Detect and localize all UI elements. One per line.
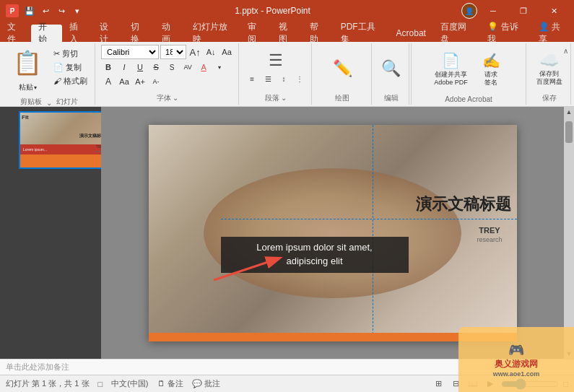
undo-btn[interactable]: ↩: [39, 4, 52, 17]
create-share-pdf-btn[interactable]: 📄 创建并共享Adobe PDF: [430, 45, 472, 94]
trey-logo: TREY research: [477, 226, 502, 243]
request-sign-btn[interactable]: ✍️ 请求签名: [475, 45, 508, 94]
save-quick-btn[interactable]: 💾: [23, 4, 36, 17]
tab-home[interactable]: 开始: [31, 25, 62, 42]
slide-title-text[interactable]: 演示文稿标题: [416, 193, 511, 215]
ribbon-content: 📋 粘贴 ▾ ✂ 剪切 📄 复制 🖌 格式刷 剪贴板 ⌄ 幻灯片 Calibri…: [0, 42, 574, 107]
font-spacing-btn[interactable]: AV: [181, 61, 195, 74]
adobe-acrobat-group: 📄 创建并共享Adobe PDF ✍️ 请求签名 Adobe Acrobat: [411, 43, 526, 105]
window-title: 1.pptx - PowerPoint: [84, 6, 461, 16]
restore-btn[interactable]: ❐: [509, 4, 538, 18]
status-left: 幻灯片 第 1 张，共 1 张 □ 中文(中国) 🗒 备注 💬 批注: [6, 378, 220, 389]
slide-canvas[interactable]: 演示文稿标题 Lorem ipsum dolor sit amet,adipis…: [149, 125, 517, 341]
slide-info-label: 幻灯片 第 1 张，共 1 张: [6, 378, 90, 389]
underline-btn[interactable]: U: [133, 61, 147, 74]
slide-panel-item: 1 FIt 演示文稿标题 Lorem ipsum... TREYresearch: [4, 111, 97, 169]
format-painter-btn[interactable]: 🖌 格式刷: [51, 75, 90, 87]
baidu-icon: ☁️: [539, 51, 559, 70]
font-aa-btn[interactable]: A: [101, 75, 116, 88]
thumb-title: 演示文稿标题: [79, 133, 101, 139]
font-size-select[interactable]: 18: [160, 45, 186, 59]
italic-btn[interactable]: I: [117, 61, 131, 74]
tab-view[interactable]: 视图: [271, 25, 303, 42]
tab-design[interactable]: 设计: [92, 25, 123, 42]
bold-btn[interactable]: B: [101, 61, 116, 74]
thumb-content: FIt 演示文稿标题 Lorem ipsum... TREYresearch: [20, 113, 101, 167]
ribbon-collapse-btn[interactable]: ∧: [560, 45, 571, 56]
shadow-btn[interactable]: S: [165, 61, 179, 74]
font-aa2-btn[interactable]: Aa: [117, 75, 131, 88]
title-bar-right: 👤 ─ ❐ ✕: [461, 3, 568, 19]
layout-btn[interactable]: □: [98, 380, 103, 388]
scroll-up-btn[interactable]: ▲: [564, 107, 574, 117]
font-name-select[interactable]: Calibri: [101, 45, 159, 59]
drawing-icon: ✏️: [333, 59, 352, 78]
columns-btn[interactable]: ⋮: [292, 72, 307, 85]
drawing-group: ✏️ 绘图: [313, 43, 372, 105]
hands-photo: [149, 125, 517, 341]
cut-btn[interactable]: ✂ 剪切: [51, 48, 90, 60]
tab-baidu[interactable]: 百度网盘: [433, 25, 481, 42]
scroll-track: [564, 117, 574, 349]
thumb-red-bar: Lorem ipsum...: [20, 144, 101, 154]
paragraph-icon: ☰: [269, 51, 283, 70]
tab-insert[interactable]: 插入: [62, 25, 93, 42]
slide-background: [149, 125, 517, 341]
slide-banner[interactable]: Lorem ipsum dolor sit amet,adipiscing el…: [221, 237, 409, 273]
copy-btn[interactable]: 📄 复制: [51, 61, 90, 74]
canvas-area[interactable]: 演示文稿标题 Lorem ipsum dolor sit amet,adipis…: [101, 107, 564, 359]
slide-thumbnail[interactable]: FIt 演示文稿标题 Lorem ipsum... TREYresearch: [19, 111, 101, 169]
para-expand[interactable]: ⌄: [281, 94, 287, 102]
tab-review[interactable]: 审阅: [240, 25, 271, 42]
tab-file[interactable]: 文件: [0, 25, 31, 42]
tab-transitions[interactable]: 切换: [123, 25, 155, 42]
paste-dropdown[interactable]: 粘贴 ▾: [17, 81, 38, 94]
redo-btn[interactable]: ↪: [55, 4, 68, 17]
font-size-dec2[interactable]: A-: [149, 75, 163, 88]
tab-acrobat[interactable]: Acrobat: [389, 25, 433, 42]
notes-status-btn[interactable]: 🗒 备注: [157, 378, 183, 389]
tab-tell-me[interactable]: 💡 告诉我: [480, 25, 531, 42]
thumb-lorem: Lorem ipsum...: [23, 147, 47, 152]
font-color-dropdown[interactable]: ▾: [212, 61, 227, 74]
clipboard-label: 剪贴板: [20, 95, 42, 107]
line-spacing-btn[interactable]: ↕: [277, 72, 291, 85]
tab-help[interactable]: 帮助: [303, 25, 334, 42]
thumb-bottom-bar: [20, 154, 101, 167]
normal-view-btn[interactable]: ⊞: [432, 378, 445, 391]
user-avatar[interactable]: 👤: [461, 3, 477, 19]
customize-btn[interactable]: ▾: [71, 4, 84, 17]
right-scrollbar[interactable]: ▲ ▼: [564, 107, 574, 359]
clipboard-group: 📋 粘贴 ▾ ✂ 剪切 📄 复制 🖌 格式刷 剪贴板 ⌄ 幻灯片: [3, 43, 95, 105]
sign-icon: ✍️: [482, 52, 500, 69]
minimize-btn[interactable]: ─: [479, 4, 508, 18]
fit-label: FIt: [22, 114, 29, 121]
tab-slideshow[interactable]: 幻灯片放映: [186, 25, 241, 42]
decrease-font-btn[interactable]: A↓: [204, 45, 218, 58]
tab-share[interactable]: 👤 共享: [531, 25, 574, 42]
watermark-name: 奥义游戏网: [495, 358, 538, 370]
paragraph-label: 段落 ⌄: [265, 92, 287, 103]
thumb-trey: TREYresearch: [94, 144, 101, 153]
close-btn[interactable]: ✕: [539, 4, 568, 18]
font-expand[interactable]: ⌄: [173, 94, 178, 102]
watermark-logo: 🎮: [508, 342, 524, 358]
tab-animations[interactable]: 动画: [155, 25, 186, 42]
align-center-btn[interactable]: ☰: [261, 72, 275, 85]
increase-font-btn[interactable]: A↑: [188, 45, 202, 58]
font-group-label: 字体 ⌄: [157, 92, 179, 103]
clear-format-btn[interactable]: Aa: [219, 45, 234, 58]
editing-group: 🔍 编辑: [373, 43, 409, 105]
font-size-inc2[interactable]: A+: [133, 75, 147, 88]
comments-status-btn[interactable]: 💬 批注: [192, 378, 220, 389]
adobe-group-label: Adobe Acrobat: [445, 94, 492, 103]
notes-placeholder: 单击此处添加备注: [6, 362, 69, 373]
clipboard-expand[interactable]: ⌄: [46, 97, 52, 107]
align-left-btn[interactable]: ≡: [245, 72, 259, 85]
strikethrough-btn[interactable]: S: [149, 61, 163, 74]
paste-btn[interactable]: 📋: [7, 45, 48, 81]
scroll-thumb[interactable]: [565, 121, 573, 143]
font-color-btn[interactable]: A: [196, 61, 211, 74]
tab-pdf-tools[interactable]: PDF工具集: [334, 25, 389, 42]
watermark: 🎮 奥义游戏网 www.aoe1.com: [458, 327, 574, 392]
